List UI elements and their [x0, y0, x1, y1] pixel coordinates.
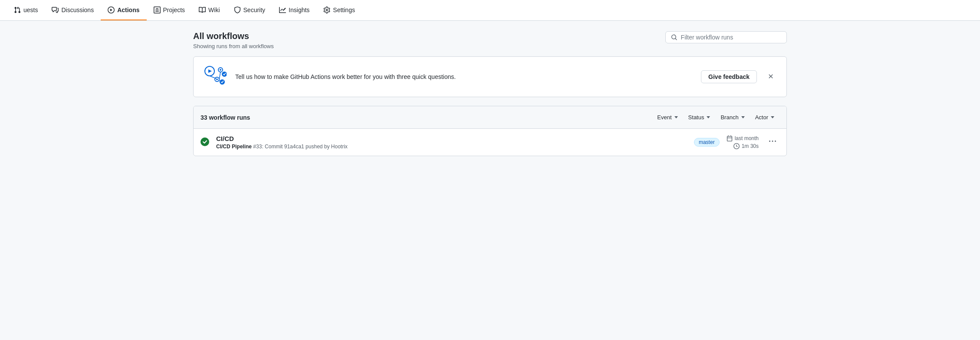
svg-marker-1 [208, 69, 212, 73]
chevron-down-icon [741, 116, 745, 118]
filter-status-button[interactable]: Status [683, 111, 716, 123]
nav-item-insights[interactable]: Insights [272, 0, 316, 20]
chevron-down-icon [674, 116, 678, 118]
close-icon [767, 73, 774, 80]
search-box[interactable] [665, 31, 787, 43]
header-titles: All workflows Showing runs from all work… [193, 31, 274, 49]
success-status-icon [201, 137, 209, 147]
duration-meta: 1m 30s [733, 143, 759, 149]
wiki-icon [199, 7, 206, 13]
filter-buttons: Event Status Branch Actor [652, 111, 779, 123]
give-feedback-button[interactable]: Give feedback [701, 70, 757, 83]
workflow-name-text[interactable]: CI/CD [216, 135, 234, 142]
svg-point-6 [216, 78, 218, 80]
settings-icon [323, 7, 330, 13]
filter-status-label: Status [688, 114, 704, 121]
nav-label-pull-requests: uests [23, 7, 38, 13]
feedback-banner: Tell us how to make GitHub Actions work … [193, 56, 787, 97]
content-area: All workflows Showing runs from all work… [193, 31, 787, 156]
nav-item-security[interactable]: Security [227, 0, 273, 20]
more-options-button[interactable] [766, 136, 779, 149]
actions-icon-nav [108, 7, 115, 13]
workflow-info: CI/CD CI/CD Pipeline #33: Commit 91a4ca1… [216, 135, 687, 150]
page-title: All workflows [193, 31, 274, 41]
filter-branch-button[interactable]: Branch [715, 111, 750, 123]
nav-item-settings[interactable]: Settings [316, 0, 362, 20]
nav-item-projects[interactable]: Projects [147, 0, 192, 20]
nav-item-pull-requests[interactable]: uests [7, 0, 45, 20]
insights-icon [279, 7, 286, 13]
filter-event-label: Event [657, 114, 671, 121]
svg-point-11 [201, 137, 209, 146]
close-banner-button[interactable] [766, 71, 776, 83]
calendar-icon [727, 135, 733, 141]
workflow-table: 33 workflow runs Event Status Branch [193, 106, 787, 156]
nav-item-actions[interactable]: Actions [101, 0, 146, 20]
projects-icon [154, 7, 161, 13]
nav-label-settings: Settings [333, 7, 355, 13]
nav-bar: uests Discussions Actions Projects Wiki … [0, 0, 980, 21]
nav-label-wiki: Wiki [208, 7, 220, 13]
nav-item-wiki[interactable]: Wiki [192, 0, 227, 20]
run-number: #33 [253, 144, 262, 150]
branch-badge[interactable]: master [694, 138, 720, 147]
nav-label-insights: Insights [289, 7, 309, 13]
filter-branch-label: Branch [720, 114, 738, 121]
main-container: All workflows Showing runs from all work… [186, 21, 794, 167]
feedback-banner-text: Tell us how to make GitHub Actions work … [235, 73, 692, 80]
content-header: All workflows Showing runs from all work… [193, 31, 787, 49]
svg-line-9 [219, 72, 220, 79]
time-meta: last month [727, 135, 759, 141]
workflow-detail: CI/CD Pipeline #33: Commit 91a4ca1 pushe… [216, 144, 687, 150]
nav-label-actions: Actions [117, 7, 139, 13]
workflow-table-header: 33 workflow runs Event Status Branch [194, 106, 786, 129]
clock-icon [733, 143, 740, 149]
chevron-down-icon [707, 116, 710, 118]
workflow-count: 33 workflow runs [201, 114, 250, 121]
ellipsis-icon [769, 138, 776, 145]
discussions-icon [52, 7, 59, 13]
table-row: CI/CD CI/CD Pipeline #33: Commit 91a4ca1… [194, 129, 786, 156]
search-input[interactable] [681, 34, 781, 41]
security-icon [234, 7, 241, 13]
svg-line-8 [210, 76, 216, 78]
filter-event-button[interactable]: Event [652, 111, 683, 123]
nav-label-discussions: Discussions [61, 7, 94, 13]
nav-label-projects: Projects [163, 7, 185, 13]
page-subtitle: Showing runs from all workflows [193, 43, 274, 49]
search-icon [671, 34, 677, 41]
svg-point-3 [220, 69, 221, 71]
pr-icon [14, 7, 21, 13]
nav-label-security: Security [243, 7, 266, 13]
pipeline-label: CI/CD Pipeline [216, 144, 252, 150]
svg-line-10 [218, 81, 221, 81]
filter-actor-button[interactable]: Actor [750, 111, 779, 123]
filter-actor-label: Actor [755, 114, 768, 121]
nav-item-discussions[interactable]: Discussions [45, 0, 101, 20]
commit-message: Commit 91a4ca1 pushed by Hootrix [265, 144, 348, 150]
time-label: last month [735, 135, 759, 141]
duration-label: 1m 30s [742, 143, 759, 149]
workflow-meta: last month 1m 30s [727, 135, 759, 149]
chevron-down-icon [771, 116, 774, 118]
actions-workflow-icon [204, 65, 227, 88]
